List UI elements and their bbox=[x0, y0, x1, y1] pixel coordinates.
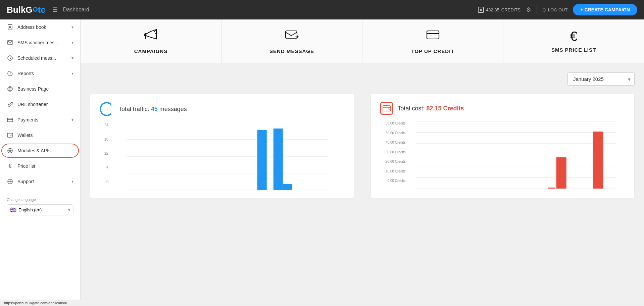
traffic-label-suffix: messages bbox=[158, 106, 187, 112]
sms-viber-label: SMS & Viber mes... bbox=[17, 40, 67, 45]
svg-rect-7 bbox=[11, 135, 12, 136]
traffic-chart-area: 24 18 12 6 0 bbox=[100, 123, 345, 191]
traffic-chart-body: 01 Jan 04 Jan 07 Jan 10 Jan 13 Jan 16 Ja… bbox=[110, 123, 345, 191]
price-list-icon: € bbox=[7, 163, 13, 169]
sidebar-item-wallets[interactable]: Wallets bbox=[0, 128, 80, 143]
cost-bar-small bbox=[548, 188, 555, 189]
main-content: CAMPAIGNS SEND MESSAGE bbox=[81, 19, 644, 306]
payments-icon bbox=[7, 116, 13, 123]
y-18: 18 bbox=[100, 137, 108, 141]
business-page-icon bbox=[7, 86, 13, 92]
logout-label: LOG OUT bbox=[548, 7, 568, 12]
sms-viber-chevron: ▾ bbox=[71, 40, 73, 45]
sms-price-list-icon: € bbox=[570, 30, 577, 43]
sidebar-item-reports[interactable]: Reports ▾ bbox=[0, 66, 80, 81]
cy-10: 10.00 Credits bbox=[380, 169, 406, 173]
address-book-chevron: ▾ bbox=[71, 25, 73, 30]
topnav-right: ▣ 432.85 CREDITS ⚙ ⬡ LOG OUT + CREATE CA… bbox=[478, 4, 637, 15]
change-language-label: Change language bbox=[7, 198, 73, 202]
address-book-icon bbox=[7, 24, 13, 31]
sidebar-item-address-book[interactable]: Address book ▾ bbox=[0, 19, 80, 35]
cost-chart-area: 60.00 Credits 50.00 Credits 40.00 Credit… bbox=[380, 121, 625, 190]
logout-button[interactable]: ⬡ LOG OUT bbox=[542, 7, 568, 12]
support-icon bbox=[7, 178, 13, 185]
language-selector[interactable]: 🇬🇧 English (en) ▾ bbox=[7, 204, 73, 215]
month-selector-wrap: January 2025 December 2024 November 2024… bbox=[567, 72, 635, 86]
address-book-label: Address book bbox=[17, 24, 67, 30]
logout-icon: ⬡ bbox=[542, 7, 546, 12]
send-message-label: SEND MESSAGE bbox=[269, 48, 314, 54]
quick-action-send-message[interactable]: SEND MESSAGE bbox=[221, 19, 362, 63]
statusbar: https://portal.bulkgate.com/application/ bbox=[0, 300, 644, 306]
campaigns-label: CAMPAIGNS bbox=[134, 48, 168, 54]
payments-label: Payments bbox=[17, 117, 67, 122]
y-6: 6 bbox=[100, 166, 108, 170]
brand-logo[interactable]: BulkGte bbox=[7, 5, 46, 15]
credits-amount: 432.85 bbox=[486, 7, 499, 12]
cost-chart-svg: 01 Jan 05 Jan 09 Jan 13 Jan 17 Jan 21 Ja… bbox=[407, 121, 625, 189]
modules-apis-icon bbox=[7, 147, 13, 154]
cost-panel: Total cost: 82.15 Credits 60.00 Credits … bbox=[370, 94, 635, 198]
create-campaign-button[interactable]: + CREATE CAMPAIGN bbox=[573, 4, 637, 15]
sidebar: Address book ▾ SMS & Viber mes... ▾ Sche… bbox=[0, 19, 81, 306]
cost-label-prefix: Total cost: bbox=[398, 105, 427, 112]
main-layout: Address book ▾ SMS & Viber mes... ▾ Sche… bbox=[0, 19, 644, 306]
sidebar-item-scheduled[interactable]: Scheduled mess... ▾ bbox=[0, 50, 80, 66]
logo-o-icon bbox=[33, 7, 38, 12]
sidebar-item-sms-viber[interactable]: SMS & Viber mes... ▾ bbox=[0, 35, 80, 50]
svg-rect-16 bbox=[286, 31, 297, 38]
quick-action-sms-price-list[interactable]: € SMS PRICE LIST bbox=[503, 19, 644, 63]
reports-chevron: ▾ bbox=[71, 71, 73, 76]
create-campaign-label: + CREATE CAMPAIGN bbox=[580, 7, 630, 12]
credits-unit: CREDITS bbox=[501, 7, 521, 12]
cost-chart-body: 01 Jan 05 Jan 09 Jan 13 Jan 17 Jan 21 Ja… bbox=[407, 121, 625, 190]
lang-chevron-icon: ▾ bbox=[68, 207, 70, 212]
sidebar-item-support[interactable]: Support ▾ bbox=[0, 174, 80, 189]
cost-yaxis: 60.00 Credits 50.00 Credits 40.00 Credit… bbox=[380, 121, 407, 190]
credits-badge: ▣ 432.85 CREDITS bbox=[478, 7, 521, 13]
sidebar-item-business-page[interactable]: Business Page bbox=[0, 81, 80, 97]
page-title: Dashboard bbox=[63, 7, 89, 13]
hamburger-menu-button[interactable]: ☰ bbox=[52, 6, 63, 13]
traffic-header: Total traffic: 45 messages bbox=[100, 102, 345, 116]
cost-stat-text: Total cost: 82.15 Credits bbox=[398, 105, 464, 112]
flag-icon: 🇬🇧 bbox=[10, 207, 16, 213]
logo-gate: te bbox=[38, 5, 46, 15]
campaigns-icon bbox=[144, 28, 158, 44]
scheduled-label: Scheduled mess... bbox=[17, 55, 67, 61]
top-up-credit-label: TOP UP CREDIT bbox=[411, 48, 454, 54]
traffic-chart-svg: 01 Jan 04 Jan 07 Jan 10 Jan 13 Jan 16 Ja… bbox=[110, 123, 345, 190]
settings-button[interactable]: ⚙ bbox=[526, 6, 531, 13]
cost-icon bbox=[380, 102, 393, 115]
cy-0: 0.00 Credits bbox=[380, 179, 406, 183]
top-navigation: BulkGte ☰ Dashboard ▣ 432.85 CREDITS ⚙ ⬡… bbox=[0, 0, 644, 19]
cost-bar-25jan bbox=[556, 157, 566, 189]
cy-20: 20.00 Credits bbox=[380, 160, 406, 163]
quick-action-top-up-credit[interactable]: TOP UP CREDIT bbox=[362, 19, 503, 63]
cy-50: 50.00 Credits bbox=[380, 131, 406, 135]
svg-point-24 bbox=[388, 109, 389, 110]
payments-chevron: ▾ bbox=[71, 117, 73, 122]
sidebar-item-modules-apis[interactable]: Modules & APIs bbox=[0, 143, 80, 158]
sms-price-list-label: SMS PRICE LIST bbox=[551, 47, 596, 53]
traffic-stat-text: Total traffic: 45 messages bbox=[118, 106, 187, 113]
traffic-icon bbox=[100, 102, 114, 116]
sidebar-item-payments[interactable]: Payments ▾ bbox=[0, 112, 80, 128]
y-0: 0 bbox=[100, 180, 108, 184]
cy-30: 30.00 Credits bbox=[380, 150, 406, 154]
send-message-icon bbox=[285, 28, 299, 44]
modules-apis-label: Modules & APIs bbox=[17, 148, 73, 153]
traffic-yaxis: 24 18 12 6 0 bbox=[100, 123, 110, 191]
quick-action-campaigns[interactable]: CAMPAIGNS bbox=[81, 19, 221, 63]
sidebar-item-url-shortener[interactable]: URL shortener bbox=[0, 97, 80, 112]
svg-rect-5 bbox=[7, 118, 13, 122]
cost-amount: 82.15 Credits bbox=[427, 105, 464, 112]
wallets-label: Wallets bbox=[17, 133, 73, 138]
language-value: English (en) bbox=[18, 207, 42, 212]
month-selector[interactable]: January 2025 December 2024 November 2024… bbox=[567, 72, 635, 86]
statusbar-url: https://portal.bulkgate.com/application/ bbox=[4, 301, 67, 305]
sidebar-item-price-list[interactable]: € Price list bbox=[0, 158, 80, 174]
cy-60: 60.00 Credits bbox=[380, 121, 406, 125]
traffic-panel: Total traffic: 45 messages 24 18 12 6 0 bbox=[90, 94, 354, 198]
cy-40: 40.00 Credits bbox=[380, 141, 406, 144]
